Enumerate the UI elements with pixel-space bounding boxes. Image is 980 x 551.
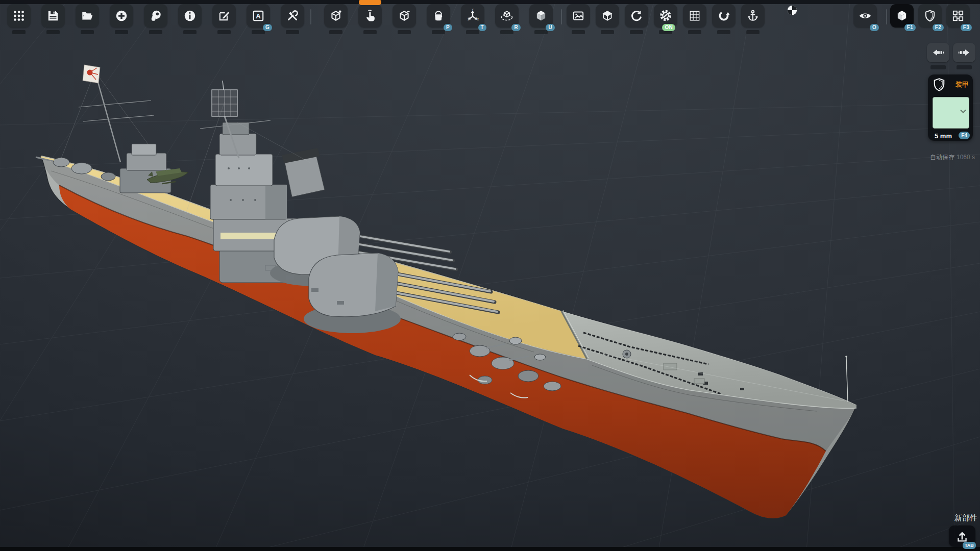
tools-button[interactable]: [281, 4, 304, 28]
icon-label: [329, 30, 342, 34]
toolbar-group-viewmodes: F1 F2 F3: [890, 4, 970, 28]
armor-thickness-value: 5 mm: [935, 132, 952, 140]
steam-icon: [149, 9, 162, 22]
icon-label: [398, 30, 411, 34]
edit-pencil-icon: [217, 9, 231, 22]
new-part-label: 新部件: [954, 513, 977, 523]
hotkey-badge: F3: [961, 24, 972, 31]
folder-icon: [81, 9, 94, 22]
cube-plus-icon: [329, 9, 343, 23]
hotkey-badge: F4: [959, 132, 970, 139]
edit-button[interactable]: [212, 4, 236, 28]
select-tool-button[interactable]: [358, 4, 382, 28]
icon-label: [115, 30, 128, 34]
icon-label: [601, 30, 614, 34]
visibility-button[interactable]: O: [853, 4, 877, 28]
icon-label: [930, 65, 946, 69]
svg-text:A: A: [256, 12, 261, 20]
svg-text:X: X: [477, 18, 479, 21]
icon-label: [252, 30, 265, 34]
text-tool-button[interactable]: A G: [247, 4, 270, 28]
hotkey-badge: F1: [904, 24, 916, 31]
mirror-button[interactable]: [596, 4, 619, 28]
rotate-tool-button[interactable]: R: [495, 4, 519, 28]
active-tool-indicator: [359, 0, 381, 5]
view-parts-button[interactable]: F3: [946, 4, 970, 28]
arrow-right-icon: [958, 47, 971, 58]
icon-label: [466, 30, 479, 34]
paint-tool-button[interactable]: P: [427, 4, 450, 28]
info-icon: [183, 9, 197, 22]
icon-label: [534, 30, 548, 34]
cube-minus-icon: [397, 9, 411, 23]
open-folder-button[interactable]: [76, 4, 99, 28]
icon-label: [149, 30, 162, 34]
eye-icon: [858, 9, 872, 23]
chevron-down-icon: [960, 109, 967, 114]
viewport-3d[interactable]: [0, 0, 980, 551]
plus-circle-icon: [115, 9, 128, 22]
steam-workshop-button[interactable]: [144, 4, 167, 28]
image-icon: [572, 9, 585, 22]
view-blocks-button[interactable]: F1: [890, 4, 914, 28]
info-button[interactable]: [178, 4, 202, 28]
armor-panel-title: 装甲: [955, 80, 969, 89]
hotkey-badge: U: [546, 24, 555, 31]
hotkey-badge: F2: [933, 24, 944, 31]
modules-squares-icon: [951, 9, 965, 22]
arrow-left-icon: [932, 47, 945, 58]
translate-tool-button[interactable]: Y Z X T: [461, 4, 484, 28]
hotkey-badge: O: [870, 24, 879, 31]
rotate-arrow-icon: [630, 9, 643, 22]
save-button[interactable]: [41, 4, 65, 28]
grid-icon: [688, 9, 701, 22]
background-button[interactable]: [567, 4, 590, 28]
upload-arrow-icon: [955, 529, 969, 543]
icon-label: [46, 30, 60, 34]
add-block-button[interactable]: [324, 4, 348, 28]
view-armor-button[interactable]: F2: [918, 4, 942, 28]
icon-label: [630, 30, 643, 34]
center-of-mass-icon: [787, 5, 798, 16]
icon-label: [957, 65, 972, 69]
letter-a-box-icon: A: [252, 9, 265, 22]
hotkey-badge: T: [478, 24, 486, 31]
rotate-cube-icon: [500, 9, 514, 23]
remove-block-button[interactable]: [393, 4, 416, 28]
duplicate-tool-button[interactable]: U: [529, 4, 553, 28]
blocks-cube-icon: [895, 9, 909, 23]
autosave-label: 自动保存: [930, 154, 954, 161]
icon-label: [81, 30, 94, 34]
toolbar-group-build: P Y Z X T R U: [324, 4, 553, 34]
icon-label: [688, 30, 701, 34]
anchor-button[interactable]: [741, 4, 765, 28]
undo-button[interactable]: [927, 43, 949, 62]
autosave-status: 自动保存1060 s: [930, 153, 975, 162]
shield-icon: [923, 9, 937, 22]
new-button[interactable]: [110, 4, 133, 28]
state-badge: ON: [662, 24, 675, 31]
armor-material-swatch[interactable]: [933, 97, 969, 129]
icon-label: [286, 30, 299, 34]
loop-circle-icon: [717, 9, 730, 22]
hotkey-badge: TAB: [963, 542, 976, 549]
toolbar-separator: [310, 9, 311, 24]
toolbar-group-visibility: O: [853, 4, 877, 28]
loop-view-button[interactable]: [712, 4, 736, 28]
app-menu-button[interactable]: [7, 4, 31, 28]
grid-button[interactable]: [683, 4, 706, 28]
anchor-icon: [746, 9, 760, 22]
menu-grid-icon: [12, 9, 26, 22]
hotkey-badge: R: [511, 24, 521, 31]
settings-mode-button[interactable]: ON: [654, 4, 677, 28]
solid-cube-icon: [534, 9, 548, 23]
hotkey-badge: P: [444, 24, 452, 31]
toolbar-separator: [886, 9, 887, 24]
wrench-tools-icon: [286, 9, 299, 22]
icon-label: [183, 30, 197, 34]
icon-label: [432, 30, 445, 34]
turn-button[interactable]: [625, 4, 648, 28]
redo-button[interactable]: [953, 43, 975, 62]
toolbar-separator: [561, 9, 562, 24]
icon-label: [717, 30, 730, 34]
